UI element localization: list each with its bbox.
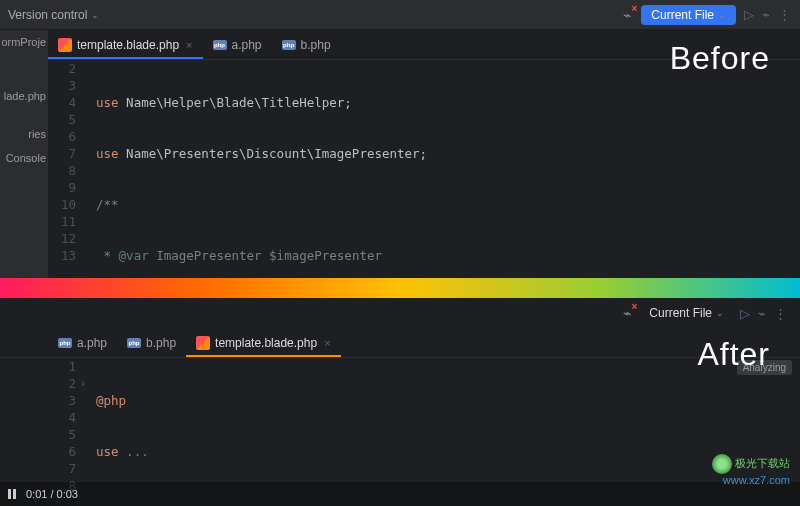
run-icon[interactable]: ▷ <box>740 306 750 321</box>
editor-tabs: php a.php php b.php template.blade.php × <box>0 328 800 358</box>
divider-gradient <box>0 278 800 298</box>
sidebar-item[interactable]: lade.php <box>0 84 48 108</box>
bug-icon[interactable]: ⌁ <box>623 7 631 23</box>
version-control-menu[interactable]: Version control ⌄ <box>8 8 99 22</box>
editor-top[interactable]: 234 567 8910 111213 use Name\Helper\Blad… <box>48 60 800 278</box>
run-icon[interactable]: ▷ <box>744 7 754 22</box>
tab-label: b.php <box>146 336 176 350</box>
tab-label: b.php <box>301 38 331 52</box>
run-config-label: Current File <box>649 306 712 320</box>
debug-icon[interactable]: ⌁ <box>758 306 766 321</box>
before-pane: Version control ⌄ ⌁ Current File ⌄ ▷ ⌁ ⋮… <box>0 0 800 278</box>
editor-tabs: template.blade.php × php a.php php b.php <box>0 30 800 60</box>
sidebar-item[interactable]: Console <box>0 146 48 170</box>
run-config-label: Current File <box>651 8 714 22</box>
php-file-icon: php <box>282 40 296 50</box>
tab-b[interactable]: php b.php <box>272 30 341 59</box>
code-area[interactable]: use Name\Helper\Blade\TitleHelper; use N… <box>88 60 800 278</box>
project-sidebar: ormProje lade.php ries Console <box>0 30 48 278</box>
tab-a[interactable]: php a.php <box>48 328 117 357</box>
blade-file-icon <box>58 38 72 52</box>
pause-icon[interactable] <box>8 489 16 499</box>
chevron-down-icon: ⌄ <box>716 308 724 318</box>
tab-b[interactable]: php b.php <box>117 328 186 357</box>
debug-icon[interactable]: ⌁ <box>762 7 770 22</box>
blade-file-icon <box>196 336 210 350</box>
analyzing-badge: Analyzing <box>737 360 792 375</box>
tab-a[interactable]: php a.php <box>203 30 272 59</box>
vc-label: Version control <box>8 8 87 22</box>
more-icon[interactable]: ⋮ <box>774 306 788 321</box>
video-time: 0:01 / 0:03 <box>26 488 78 500</box>
top-toolbar: Version control ⌄ ⌁ Current File ⌄ ▷ ⌁ ⋮ <box>0 0 800 30</box>
close-icon[interactable]: × <box>186 39 192 51</box>
php-file-icon: php <box>58 338 72 348</box>
tab-label: template.blade.php <box>215 336 317 350</box>
chevron-down-icon: ⌄ <box>718 10 726 20</box>
tab-label: a.php <box>232 38 262 52</box>
chevron-down-icon: ⌄ <box>91 10 99 20</box>
tab-label: a.php <box>77 336 107 350</box>
run-config-button[interactable]: Current File ⌄ <box>641 303 732 323</box>
gutter: 234 567 8910 111213 <box>48 60 88 278</box>
sidebar-item[interactable]: ries <box>0 122 48 146</box>
tab-template[interactable]: template.blade.php × <box>186 328 341 357</box>
after-pane: ⌁ Current File ⌄ ▷ ⌁ ⋮ php a.php php b.p… <box>0 298 800 506</box>
close-icon[interactable]: × <box>324 337 330 349</box>
bottom-toolbar: ⌁ Current File ⌄ ▷ ⌁ ⋮ <box>0 298 800 328</box>
tab-template[interactable]: template.blade.php × <box>48 30 203 59</box>
php-file-icon: php <box>127 338 141 348</box>
video-controls[interactable]: 0:01 / 0:03 <box>0 482 800 506</box>
more-icon[interactable]: ⋮ <box>778 7 792 22</box>
bug-icon[interactable]: ⌁ <box>623 305 631 321</box>
tab-label: template.blade.php <box>77 38 179 52</box>
sidebar-item[interactable]: ormProje <box>0 30 48 54</box>
php-file-icon: php <box>213 40 227 50</box>
run-config-button[interactable]: Current File ⌄ <box>641 5 736 25</box>
